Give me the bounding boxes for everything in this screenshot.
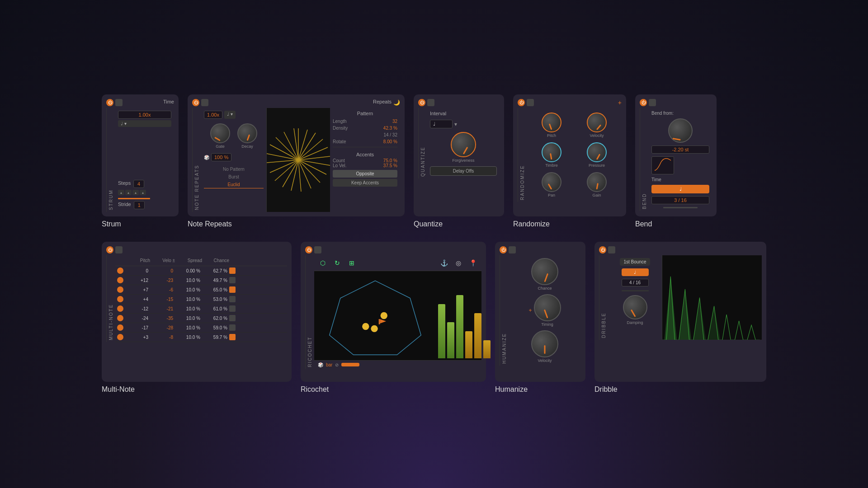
mn-row-power-0[interactable] xyxy=(117,267,123,274)
q-delay-offs-btn[interactable]: Delay Offs xyxy=(430,166,497,176)
ric-tool-refresh[interactable]: ↻ xyxy=(332,258,342,268)
mn-pitch-1[interactable]: +12 xyxy=(125,277,150,283)
drib-note-btn[interactable]: ♩ xyxy=(622,268,649,276)
strum-steps-value[interactable]: 4 xyxy=(133,180,144,188)
mn-chance-1[interactable]: 49.7 % xyxy=(202,277,229,283)
strum-arrow-3[interactable]: ▴ xyxy=(132,190,139,195)
rand-pitch-knob[interactable] xyxy=(542,113,561,132)
bend-time-display[interactable]: 3 / 16 xyxy=(651,196,709,204)
drib-menu-icon[interactable] xyxy=(608,246,615,253)
mn-pitch-3[interactable]: +4 xyxy=(125,296,150,302)
mn-velo-5[interactable]: -35 xyxy=(150,315,175,321)
mn-spread-1[interactable]: 10.0 % xyxy=(175,277,202,283)
mn-row-power-1[interactable] xyxy=(117,277,123,283)
rand-timbre-knob[interactable] xyxy=(542,142,561,162)
mn-pitch-2[interactable]: +7 xyxy=(125,287,150,293)
mn-row-power-5[interactable] xyxy=(117,315,123,321)
bend-time-note[interactable]: ♩ xyxy=(651,185,709,193)
hum-menu-icon[interactable] xyxy=(509,246,516,253)
mn-velo-1[interactable]: -23 xyxy=(150,277,175,283)
drib-damping-knob[interactable] xyxy=(623,295,647,319)
drib-time-display[interactable]: 4 / 16 xyxy=(622,279,649,286)
mn-velo-7[interactable]: -8 xyxy=(150,334,175,340)
mn-spread-0[interactable]: 0.00 % xyxy=(175,268,202,274)
mn-velo-3[interactable]: -15 xyxy=(150,296,175,302)
rand-velocity-knob[interactable] xyxy=(587,113,607,132)
mn-chance-5[interactable]: 62.0 % xyxy=(202,315,229,321)
ric-tool-target[interactable]: ◎ xyxy=(453,258,463,268)
strum-note-icon[interactable]: ♩ ▾ xyxy=(118,120,171,127)
q-power-button[interactable]: ⏻ xyxy=(418,99,425,106)
ric-tool-pin[interactable]: 📍 xyxy=(468,258,478,268)
strum-menu-icon[interactable] xyxy=(115,99,123,106)
bend-main-knob[interactable] xyxy=(668,118,693,143)
nr-note-icon[interactable]: ♩ ▾ xyxy=(224,111,236,119)
nr-pattern-burst[interactable]: Burst xyxy=(204,174,264,180)
hum-plus-icon[interactable]: + xyxy=(528,307,532,314)
q-menu-icon[interactable] xyxy=(427,99,434,106)
hum-timing-knob[interactable] xyxy=(534,294,561,321)
nr-gate-knob[interactable] xyxy=(210,123,230,143)
mn-spread-6[interactable]: 10.0 % xyxy=(175,325,202,331)
mn-pitch-5[interactable]: -24 xyxy=(125,315,150,321)
ric-menu-icon[interactable] xyxy=(314,246,321,253)
mn-power-button[interactable]: ⏻ xyxy=(106,246,113,253)
hum-power-button[interactable]: ⏻ xyxy=(500,246,507,253)
ric-tool-polygon[interactable]: ⬡ xyxy=(318,258,328,268)
nr-pattern-no[interactable]: No Pattern xyxy=(204,166,264,173)
ric-power-button[interactable]: ⏻ xyxy=(305,246,312,253)
mn-velo-2[interactable]: -6 xyxy=(150,287,175,293)
mn-spread-4[interactable]: 10.0 % xyxy=(175,306,202,312)
mn-row-power-6[interactable] xyxy=(117,324,123,331)
nr-opposite-btn[interactable]: Opposite xyxy=(333,170,397,178)
ric-color-bar[interactable] xyxy=(341,363,359,366)
nr-count-value[interactable]: 75.0 % xyxy=(383,158,397,163)
strum-time-value[interactable]: 1.00x xyxy=(118,111,171,119)
rand-menu-icon[interactable] xyxy=(527,99,534,106)
bend-value[interactable]: -2.20 st xyxy=(651,145,709,154)
mn-velo-6[interactable]: -28 xyxy=(150,325,175,331)
nr-pattern-euclid[interactable]: Euclid xyxy=(204,181,264,188)
mn-menu-icon[interactable] xyxy=(115,246,123,253)
mn-pitch-6[interactable]: -17 xyxy=(125,325,150,331)
nr-lo-vel-value[interactable]: 37.5 % xyxy=(383,163,397,168)
mn-spread-2[interactable]: 10.0 % xyxy=(175,287,202,293)
mn-chance-7[interactable]: 59.7 % xyxy=(202,334,229,340)
mn-pitch-0[interactable]: 0 xyxy=(125,268,150,274)
mn-velo-4[interactable]: -21 xyxy=(150,306,175,312)
mn-spread-3[interactable]: 10.0 % xyxy=(175,296,202,302)
mn-row-power-3[interactable] xyxy=(117,296,123,302)
mn-chance-2[interactable]: 65.0 % xyxy=(202,287,229,293)
rand-pressure-knob[interactable] xyxy=(587,142,607,162)
mn-pitch-4[interactable]: -12 xyxy=(125,306,150,312)
ric-footer-unit[interactable]: bar xyxy=(326,362,332,367)
mn-chance-3[interactable]: 53.0 % xyxy=(202,296,229,302)
mn-chance-6[interactable]: 59.0 % xyxy=(202,325,229,331)
ric-tool-anchor[interactable]: ⚓ xyxy=(439,258,449,268)
rand-gain-knob[interactable] xyxy=(587,172,607,192)
strum-power-button[interactable]: ⏻ xyxy=(106,99,113,106)
nr-density-value[interactable]: 42.3 % xyxy=(383,126,397,131)
nr-percent-value[interactable]: 100 % xyxy=(211,153,231,161)
strum-stride-value[interactable]: 1 xyxy=(134,201,145,209)
mn-pitch-7[interactable]: +3 xyxy=(125,334,150,340)
rand-power-button[interactable]: ⏻ xyxy=(518,99,525,106)
q-interval-value[interactable]: ♩ xyxy=(430,120,453,128)
strum-arrow-1[interactable]: ▴ xyxy=(118,190,124,195)
drib-power-button[interactable]: ⏻ xyxy=(599,246,606,253)
nr-keep-accents-btn[interactable]: Keep Accents xyxy=(333,179,397,187)
nr-length-value[interactable]: 32 xyxy=(392,119,397,124)
hum-velocity-knob[interactable] xyxy=(531,330,558,357)
mn-row-power-7[interactable] xyxy=(117,334,123,340)
q-forgiveness-knob[interactable] xyxy=(451,132,476,157)
nr-rotate-value[interactable]: 8.00 % xyxy=(383,139,397,144)
bend-power-button[interactable]: ⏻ xyxy=(640,99,647,106)
nr-decay-knob[interactable] xyxy=(237,123,257,143)
mn-row-power-4[interactable] xyxy=(117,305,123,312)
strum-arrow-2[interactable]: ▴ xyxy=(125,190,132,195)
mn-velo-0[interactable]: 0 xyxy=(150,268,175,274)
mn-spread-5[interactable]: 10.0 % xyxy=(175,315,202,321)
nr-value[interactable]: 1.00x xyxy=(204,111,222,119)
hum-chance-knob[interactable] xyxy=(531,258,558,285)
mn-chance-4[interactable]: 61.0 % xyxy=(202,306,229,312)
